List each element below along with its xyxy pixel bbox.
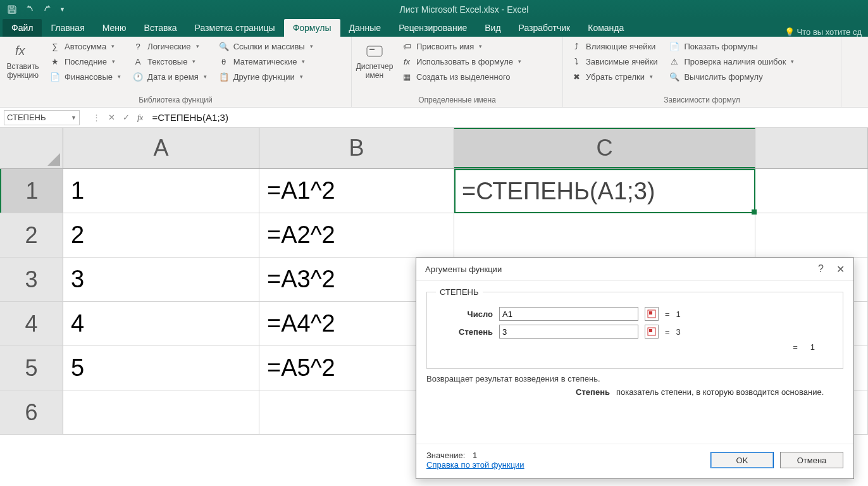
arg1-input[interactable] xyxy=(499,307,638,321)
logical-button[interactable]: ?Логические▾ xyxy=(128,39,211,53)
formula-input[interactable]: =СТЕПЕНЬ(A1;3) xyxy=(152,112,228,123)
tab-data[interactable]: Данные xyxy=(340,19,390,37)
help-icon[interactable]: ? xyxy=(818,263,824,275)
redo-icon[interactable] xyxy=(40,3,54,16)
row-header-6[interactable]: 6 xyxy=(0,390,63,434)
cancel-icon[interactable]: ✕ xyxy=(108,113,115,122)
row-header-5[interactable]: 5 xyxy=(0,346,63,390)
undo-icon[interactable] xyxy=(23,3,37,16)
tab-page-layout[interactable]: Разметка страницы xyxy=(186,19,284,37)
grid-icon: ▦ xyxy=(401,71,412,82)
autosum-button[interactable]: ∑Автосумма▾ xyxy=(46,39,125,53)
precedents-icon: ⤴ xyxy=(571,40,582,52)
cell-D2[interactable] xyxy=(755,213,868,257)
cell-A1[interactable]: 1 xyxy=(63,169,259,213)
show-formulas-button[interactable]: 📄Показать формулы xyxy=(665,39,798,53)
arg1-label: Число xyxy=(436,309,493,319)
datetime-button[interactable]: 🕐Дата и время▾ xyxy=(128,70,211,84)
tab-team[interactable]: Команда xyxy=(579,19,633,37)
svg-rect-1 xyxy=(367,46,382,56)
insert-function-button[interactable]: fx Вставить функцию xyxy=(4,39,42,94)
financial-button[interactable]: 📄Финансовые▾ xyxy=(46,70,125,84)
fx-small-icon: fx xyxy=(401,56,412,67)
tab-menu[interactable]: Меню xyxy=(94,19,135,37)
group-label-names: Определенные имена xyxy=(356,94,559,106)
current-arg-description: показатель степени, в которую возводится… xyxy=(616,387,824,397)
group-label-library: Библиотека функций xyxy=(4,94,347,106)
fx-icon[interactable]: fx xyxy=(137,113,143,123)
ribbon: fx Вставить функцию ∑Автосумма▾ ★Последн… xyxy=(0,37,868,108)
evaluate-formula-button[interactable]: 🔍Вычислить формулу xyxy=(665,70,798,84)
tab-insert[interactable]: Вставка xyxy=(135,19,186,37)
cancel-button[interactable]: Отмена xyxy=(780,452,843,468)
arg2-input[interactable] xyxy=(499,325,638,339)
qat-dropdown-icon[interactable]: ▼ xyxy=(59,6,65,13)
tab-review[interactable]: Рецензирование xyxy=(390,19,476,37)
text-button[interactable]: AТекстовые▾ xyxy=(128,54,211,68)
cell-A5[interactable]: 5 xyxy=(63,346,259,390)
cell-B2[interactable]: =A2^2 xyxy=(259,213,454,257)
tab-home[interactable]: Главная xyxy=(42,19,93,37)
name-manager-button[interactable]: Диспетчер имен xyxy=(356,39,394,94)
trace-precedents-button[interactable]: ⤴Влияющие ячейки xyxy=(567,39,661,53)
error-checking-button[interactable]: ⚠Проверка наличия ошибок▾ xyxy=(665,54,798,68)
bulb-icon: 💡 xyxy=(784,27,795,37)
close-icon[interactable]: ✕ xyxy=(836,263,845,275)
ok-button[interactable]: OK xyxy=(710,452,774,468)
row-header-3[interactable]: 3 xyxy=(0,258,63,301)
cell-A3[interactable]: 3 xyxy=(63,258,259,301)
math-button[interactable]: θМатематические▾ xyxy=(214,54,317,68)
col-header-C[interactable]: C xyxy=(454,128,755,168)
cell-C2[interactable] xyxy=(454,213,755,257)
cell-D1[interactable] xyxy=(755,169,868,213)
evaluate-icon: 🔍 xyxy=(669,71,680,82)
enter-icon[interactable]: ✓ xyxy=(123,113,130,122)
tab-view[interactable]: Вид xyxy=(476,19,509,37)
cell-A2[interactable]: 2 xyxy=(63,213,259,257)
row-header-2[interactable]: 2 xyxy=(0,213,63,257)
col-header-A[interactable]: A xyxy=(63,128,259,168)
recently-used-button[interactable]: ★Последние▾ xyxy=(46,54,125,68)
tab-file[interactable]: Файл xyxy=(3,19,42,37)
remove-arrows-button[interactable]: ✖Убрать стрелки▾ xyxy=(567,70,661,84)
range-select-icon[interactable] xyxy=(645,307,659,321)
name-box[interactable]: СТЕПЕНЬ ▼ xyxy=(4,110,80,125)
tab-formulas[interactable]: Формулы xyxy=(284,19,340,37)
save-icon[interactable] xyxy=(5,3,19,16)
range-select-icon[interactable] xyxy=(645,325,659,339)
use-in-formula-button[interactable]: fxИспользовать в формуле▾ xyxy=(397,54,525,68)
help-link[interactable]: Справка по этой функции xyxy=(426,460,524,470)
name-manager-label: Диспетчер имен xyxy=(356,62,394,80)
tab-developer[interactable]: Разработчик xyxy=(510,19,580,37)
create-from-selection-button[interactable]: ▦Создать из выделенного xyxy=(397,70,525,84)
cell-C1[interactable]: =СТЕПЕНЬ(A1;3) xyxy=(454,169,755,213)
cell-A4[interactable]: 4 xyxy=(63,302,259,346)
col-header-D[interactable] xyxy=(755,128,868,168)
cell-A6[interactable] xyxy=(63,390,259,434)
cell-B1[interactable]: =A1^2 xyxy=(259,169,454,213)
function-fieldset: СТЕПЕНЬ Число = 1 Степень = 3 = 1 xyxy=(426,287,843,369)
dialog-titlebar[interactable]: Аргументы функции ? ✕ xyxy=(416,258,853,281)
question-icon: ? xyxy=(132,40,144,52)
value-result: 1 xyxy=(473,451,477,460)
text-icon: A xyxy=(132,56,144,67)
remove-arrows-icon: ✖ xyxy=(571,71,582,82)
tag-icon: 🏷 xyxy=(401,40,412,52)
name-box-dropdown-icon[interactable]: ▼ xyxy=(71,115,77,121)
row-header-4[interactable]: 4 xyxy=(0,302,63,346)
equals-icon: = xyxy=(665,309,670,319)
tell-me-label: Что вы хотите сд xyxy=(797,27,862,37)
group-formula-auditing: ⤴Влияющие ячейки ⤵Зависимые ячейки ✖Убра… xyxy=(563,37,841,107)
trace-dependents-button[interactable]: ⤵Зависимые ячейки xyxy=(567,54,661,68)
row-header-1[interactable]: 1 xyxy=(0,169,63,213)
function-arguments-dialog: Аргументы функции ? ✕ СТЕПЕНЬ Число = 1 … xyxy=(416,258,854,479)
lookup-button[interactable]: 🔍Ссылки и массивы▾ xyxy=(214,39,317,53)
more-functions-button[interactable]: 📋Другие функции▾ xyxy=(214,70,317,84)
select-all-corner[interactable] xyxy=(0,128,63,168)
col-header-B[interactable]: B xyxy=(259,128,454,168)
define-name-button[interactable]: 🏷Присвоить имя▾ xyxy=(397,39,525,53)
clock-icon: 🕐 xyxy=(132,71,144,82)
function-name: СТЕПЕНЬ xyxy=(436,287,483,297)
tell-me[interactable]: 💡 Что вы хотите сд xyxy=(784,27,868,37)
formula-bar: СТЕПЕНЬ ▼ ⋮ ✕ ✓ fx =СТЕПЕНЬ(A1;3) xyxy=(0,108,868,128)
